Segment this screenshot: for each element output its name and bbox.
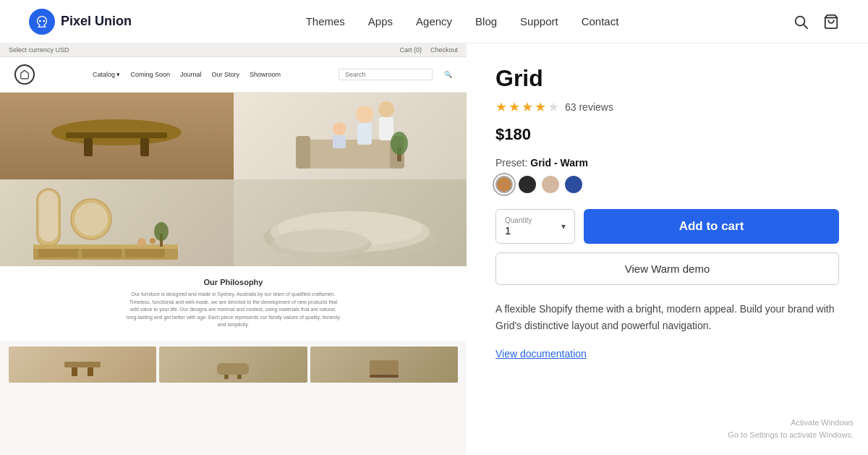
store-product-2 [159,346,307,383]
store-img-family [234,93,467,179]
nav-support[interactable]: Support [520,15,558,27]
store-nav-catalog[interactable]: Catalog ▾ [93,71,121,78]
svg-point-14 [333,122,346,135]
svg-rect-43 [217,363,249,375]
store-topbar: Select currency USD Cart (0) Checkout [0,43,467,57]
store-preview-panel: Select currency USD Cart (0) Checkout Ca… [0,43,467,455]
site-header: Pixel Union Themes Apps Agency Blog Supp… [0,0,868,43]
preset-name: Grid - Warm [530,157,588,169]
star-rating: ★ ★ ★ ★ ★ [495,99,559,115]
store-logo-icon [14,64,35,85]
svg-rect-6 [66,132,167,138]
store-product-1 [9,346,156,383]
svg-rect-46 [370,360,399,375]
store-product-thumbs [0,341,467,388]
watermark-line2: Go to Settings to activate Windows. [728,429,854,441]
svg-point-16 [378,101,394,117]
svg-rect-21 [39,191,58,242]
logo-icon [29,9,55,35]
svg-point-12 [356,106,373,123]
philosophy-title: Our Philosophy [12,278,455,286]
svg-rect-10 [296,136,310,169]
svg-rect-40 [64,362,101,367]
store-nav-story[interactable]: Our Story [212,71,240,78]
logo-text: Pixel Union [61,14,132,29]
windows-watermark: Activate Windows Go to Settings to activ… [728,417,854,441]
star-1: ★ [495,99,507,115]
star-4: ★ [535,99,546,115]
store-product-3 [310,346,458,383]
review-count[interactable]: 63 reviews [565,101,613,113]
svg-line-3 [804,25,807,28]
nav-blog[interactable]: Blog [475,15,497,27]
rating-row: ★ ★ ★ ★ ★ 63 reviews [495,99,839,115]
svg-rect-41 [72,367,77,376]
nav-agency[interactable]: Agency [416,15,452,27]
purchase-row: Quantity 1 ▾ Add to cart [495,209,839,244]
nav-themes[interactable]: Themes [306,15,345,27]
svg-point-23 [75,203,108,236]
main-content: Select currency USD Cart (0) Checkout Ca… [0,43,868,455]
svg-point-1 [43,20,45,22]
swatch-blue[interactable] [565,176,582,193]
store-image-grid [0,93,467,266]
header-actions [793,14,839,30]
nav-apps[interactable]: Apps [368,15,393,27]
preview-inner: Select currency USD Cart (0) Checkout Ca… [0,43,467,455]
product-description: A flexible Shopify theme with a bright, … [495,301,839,334]
store-img-table [0,93,234,179]
store-philosophy-section: Our Philosophy Our furniture is designed… [0,266,467,341]
svg-rect-47 [370,375,399,378]
svg-rect-27 [82,249,122,258]
store-search-input[interactable] [339,69,433,80]
search-button[interactable] [793,14,809,30]
product-price: $180 [495,125,839,144]
color-swatches [495,176,839,193]
svg-point-30 [150,238,156,244]
product-title: Grid [495,65,839,92]
svg-rect-28 [125,249,165,258]
svg-point-19 [391,132,408,155]
store-search-icon: 🔍 [444,71,452,78]
store-nav-journal[interactable]: Journal [180,71,202,78]
swatch-warm[interactable] [495,176,513,193]
philosophy-text: Our furniture is designed and made in Sy… [125,291,342,329]
view-documentation-link[interactable]: View documentation [495,348,587,360]
svg-rect-7 [84,138,93,156]
checkout-link[interactable]: Checkout [430,46,458,54]
svg-rect-15 [333,135,346,148]
store-nav-links: Catalog ▾ Coming Soon Journal Our Story … [93,71,281,78]
svg-rect-9 [299,140,401,169]
quantity-dropdown-arrow: ▾ [561,221,566,231]
quantity-label: Quantity [505,216,532,224]
svg-rect-44 [224,375,229,379]
nav-contact[interactable]: Contact [582,15,619,27]
svg-rect-26 [38,249,78,258]
svg-rect-45 [237,375,242,379]
watermark-line1: Activate Windows [728,417,854,429]
currency-selector[interactable]: Select currency USD [9,46,69,54]
quantity-selector[interactable]: Quantity 1 ▾ [495,209,575,244]
swatch-dark[interactable] [519,176,536,193]
svg-rect-8 [140,138,149,156]
logo[interactable]: Pixel Union [29,9,132,35]
store-nav-coming[interactable]: Coming Soon [130,71,170,78]
cart-button[interactable] [823,14,839,30]
svg-point-37 [274,229,368,252]
cart-link[interactable]: Cart (0) [399,46,422,54]
quantity-value: 1 [505,224,532,237]
add-to-cart-button[interactable]: Add to cart [584,209,839,244]
star-5: ★ [548,99,559,115]
store-nav-showroom[interactable]: Showroom [250,71,281,78]
product-panel: Grid ★ ★ ★ ★ ★ 63 reviews $180 Preset: G… [467,43,868,455]
view-demo-button[interactable]: View Warm demo [495,252,839,285]
svg-point-29 [137,238,146,247]
svg-rect-25 [33,244,178,249]
main-nav: Themes Apps Agency Blog Support Contact [306,15,619,27]
svg-point-32 [154,222,169,241]
star-3: ★ [522,99,533,115]
store-img-mirror [0,179,234,266]
preset-label: Preset: Grid - Warm [495,157,839,169]
swatch-nude[interactable] [542,176,559,193]
svg-rect-13 [357,123,372,145]
